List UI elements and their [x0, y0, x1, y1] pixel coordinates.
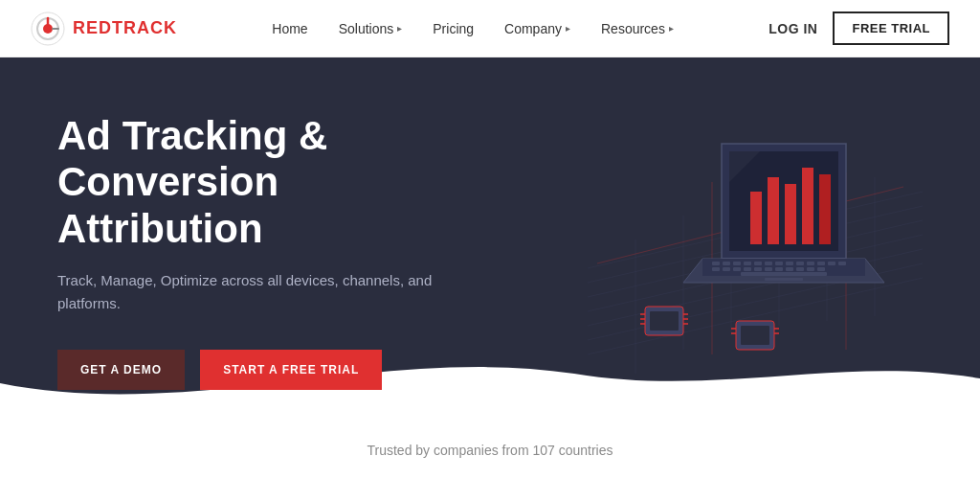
svg-point-2 — [43, 24, 53, 34]
svg-rect-43 — [712, 267, 720, 271]
chevron-icon: ▸ — [566, 23, 570, 34]
login-button[interactable]: LOG IN — [768, 21, 817, 36]
logo[interactable]: REDTRACK — [31, 11, 177, 46]
logo-red-part: RED — [73, 18, 112, 37]
nav-link-pricing[interactable]: Pricing — [433, 21, 474, 36]
svg-rect-33 — [744, 262, 751, 265]
svg-rect-32 — [733, 262, 741, 265]
start-trial-button[interactable]: START A FREE TRIAL — [200, 350, 382, 390]
svg-rect-41 — [828, 262, 835, 265]
navbar: REDTRACK Home Solutions ▸ Pricing Compan… — [0, 0, 980, 57]
hero-section: Ad Tracking & Conversion Attribution Tra… — [0, 57, 980, 422]
svg-rect-23 — [785, 184, 796, 244]
free-trial-button[interactable]: FREE TRIAL — [833, 11, 949, 45]
nav-links: Home Solutions ▸ Pricing Company ▸ Resou… — [272, 21, 674, 36]
hero-illustration — [540, 77, 942, 402]
get-demo-button[interactable]: GET A DEMO — [57, 350, 185, 390]
svg-rect-24 — [802, 168, 813, 244]
svg-rect-30 — [712, 262, 720, 265]
nav-link-resources[interactable]: Resources ▸ — [601, 21, 674, 36]
hero-content: Ad Tracking & Conversion Attribution Tra… — [57, 103, 498, 390]
nav-item-home[interactable]: Home — [272, 21, 307, 36]
chevron-icon: ▸ — [397, 23, 402, 34]
svg-rect-47 — [754, 267, 762, 271]
svg-rect-45 — [733, 267, 741, 271]
hero-title: Ad Tracking & Conversion Attribution — [57, 113, 498, 252]
svg-rect-55 — [765, 278, 803, 281]
trusted-section: Trusted by companies from 107 countries — [0, 422, 980, 479]
svg-rect-31 — [723, 262, 730, 265]
svg-rect-38 — [796, 262, 804, 265]
logo-icon — [31, 11, 65, 46]
nav-actions: LOG IN FREE TRIAL — [768, 11, 949, 45]
nav-link-company[interactable]: Company ▸ — [504, 21, 570, 36]
hero-subtitle: Track, Manage, Optimize across all devic… — [57, 269, 498, 315]
nav-item-solutions[interactable]: Solutions ▸ — [339, 21, 403, 36]
svg-rect-51 — [796, 267, 804, 271]
nav-item-company[interactable]: Company ▸ — [504, 21, 570, 36]
svg-rect-37 — [786, 262, 793, 265]
logo-black-part: TRACK — [112, 18, 177, 37]
hero-buttons: GET A DEMO START A FREE TRIAL — [57, 350, 498, 390]
chevron-icon: ▸ — [669, 23, 674, 34]
svg-rect-65 — [741, 326, 769, 345]
svg-rect-50 — [786, 267, 793, 271]
svg-rect-36 — [775, 262, 783, 265]
svg-rect-44 — [723, 267, 730, 271]
svg-rect-48 — [765, 267, 772, 271]
nav-link-solutions[interactable]: Solutions ▸ — [339, 21, 403, 36]
svg-rect-54 — [741, 272, 827, 276]
svg-rect-52 — [807, 267, 814, 271]
trusted-text: Trusted by companies from 107 countries — [367, 443, 612, 458]
svg-rect-39 — [807, 262, 814, 265]
nav-link-home[interactable]: Home — [272, 21, 307, 36]
svg-rect-25 — [819, 174, 831, 244]
svg-rect-42 — [838, 262, 846, 265]
nav-item-pricing[interactable]: Pricing — [433, 21, 474, 36]
svg-rect-22 — [768, 177, 779, 244]
svg-rect-53 — [817, 267, 825, 271]
svg-rect-46 — [744, 267, 751, 271]
svg-rect-34 — [754, 262, 762, 265]
svg-rect-49 — [775, 267, 783, 271]
svg-rect-21 — [750, 192, 762, 244]
svg-rect-57 — [650, 311, 679, 331]
svg-rect-35 — [765, 262, 772, 265]
nav-item-resources[interactable]: Resources ▸ — [601, 21, 674, 36]
svg-rect-40 — [817, 262, 825, 265]
logo-text: REDTRACK — [73, 18, 177, 38]
